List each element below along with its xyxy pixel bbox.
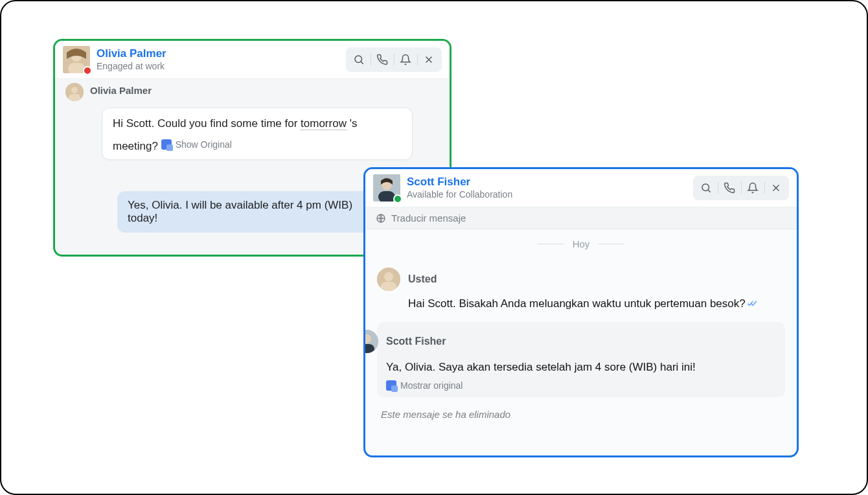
bell-icon — [747, 182, 759, 194]
search-icon — [700, 182, 712, 194]
day-label: Hoy — [573, 238, 590, 249]
header-actions — [693, 176, 789, 200]
show-original-button[interactable]: Show Original — [161, 139, 232, 150]
presence-available-icon — [393, 194, 402, 203]
contact-name[interactable]: Olivia Palmer — [97, 47, 346, 60]
show-original-label: Show Original — [176, 139, 232, 150]
svg-rect-2 — [68, 63, 85, 73]
sender-avatar[interactable] — [65, 83, 84, 101]
divider-line — [599, 244, 624, 244]
call-button[interactable] — [718, 178, 741, 198]
message-text: Hai Scott. Bisakah Anda meluangkan waktu… — [408, 297, 785, 310]
message-you: Usted Hai Scott. Bisakah Anda meluangkan… — [377, 268, 785, 310]
person-icon — [377, 268, 400, 291]
phone-icon — [724, 182, 735, 194]
globe-icon — [376, 213, 386, 224]
day-divider: Hoy — [365, 229, 797, 256]
header-text: Scott Fisher Available for Collaboration — [407, 176, 693, 201]
canvas: Olivia Palmer Engaged at work — [0, 0, 868, 495]
show-original-label: Mostrar original — [400, 380, 463, 391]
translate-icon — [161, 139, 172, 150]
close-icon — [423, 54, 435, 65]
divider-line — [538, 244, 564, 244]
avatar[interactable] — [373, 174, 400, 201]
call-button[interactable] — [371, 50, 394, 69]
header-actions — [346, 47, 442, 72]
message-card: Scott Fisher Ya, Olivia. Saya akan terse… — [377, 322, 785, 397]
chat-header: Olivia Palmer Engaged at work — [55, 41, 450, 79]
svg-rect-20 — [381, 282, 396, 291]
header-text: Olivia Palmer Engaged at work — [97, 47, 346, 73]
svg-point-19 — [384, 272, 393, 281]
svg-point-8 — [71, 87, 78, 93]
search-button[interactable] — [694, 178, 718, 198]
notifications-button[interactable] — [741, 178, 764, 198]
translate-menu-label: Traducir mensaje — [391, 213, 466, 224]
contact-name[interactable]: Scott Fisher — [407, 176, 693, 189]
outgoing-message-bubble: Yes, Olivia. I will be available after 4… — [117, 191, 383, 233]
translate-menu-item[interactable]: Traducir mensaje — [365, 207, 797, 229]
person-icon — [65, 83, 84, 101]
sender-name: Olivia Palmer — [90, 85, 152, 96]
message-meta: Usted — [377, 268, 785, 291]
message-text: Ya, Olivia. Saya akan tersedia setelah j… — [386, 361, 776, 374]
notifications-button[interactable] — [394, 50, 417, 69]
message-other: Scott Fisher Ya, Olivia. Saya akan terse… — [377, 322, 785, 397]
you-text: Hai Scott. Bisakah Anda meluangkan waktu… — [408, 297, 746, 310]
svg-line-4 — [361, 62, 363, 64]
presence-busy-icon — [83, 66, 92, 75]
message-header: Olivia Palmer — [65, 83, 439, 101]
sender-name: Scott Fisher — [386, 336, 446, 347]
spellcheck-word[interactable]: tomorrow — [301, 117, 347, 130]
translated-message-bubble: Hi Scott. Could you find some time for t… — [102, 108, 413, 160]
close-icon — [770, 182, 782, 194]
svg-rect-9 — [69, 94, 80, 101]
outgoing-message-text: Yes, Olivia. I will be available after 4… — [128, 199, 352, 224]
translate-icon — [386, 380, 396, 391]
close-button[interactable] — [417, 50, 440, 69]
close-button[interactable] — [764, 178, 788, 198]
chat-body: Usted Hai Scott. Bisakah Anda meluangkan… — [365, 256, 797, 426]
person-icon — [363, 330, 378, 353]
svg-rect-12 — [378, 191, 395, 201]
svg-point-3 — [355, 56, 362, 63]
contact-status: Engaged at work — [97, 60, 346, 72]
svg-point-13 — [702, 184, 709, 191]
avatar[interactable] — [63, 46, 90, 73]
search-button[interactable] — [347, 50, 371, 69]
sender-label: Usted — [408, 273, 437, 285]
translated-message-text: Hi Scott. Could you find some time for t… — [113, 117, 357, 152]
contact-status: Available for Collaboration — [407, 189, 693, 200]
deleted-message-note: Este mensaje se ha eliminado — [381, 409, 781, 420]
svg-line-14 — [708, 190, 711, 192]
search-icon — [353, 54, 365, 65]
sender-avatar[interactable] — [377, 268, 400, 291]
phone-icon — [376, 54, 388, 65]
message-meta: Scott Fisher — [363, 330, 776, 353]
sender-avatar[interactable] — [363, 330, 378, 353]
chat-header: Scott Fisher Available for Collaboration — [365, 169, 797, 207]
text-prefix: Hi Scott. Could you find some time for — [113, 117, 301, 130]
show-original-button[interactable]: Mostrar original — [386, 380, 463, 391]
chat-window-scott: Scott Fisher Available for Collaboration — [363, 167, 799, 457]
read-receipt-icon — [747, 298, 757, 308]
bell-icon — [400, 54, 411, 65]
